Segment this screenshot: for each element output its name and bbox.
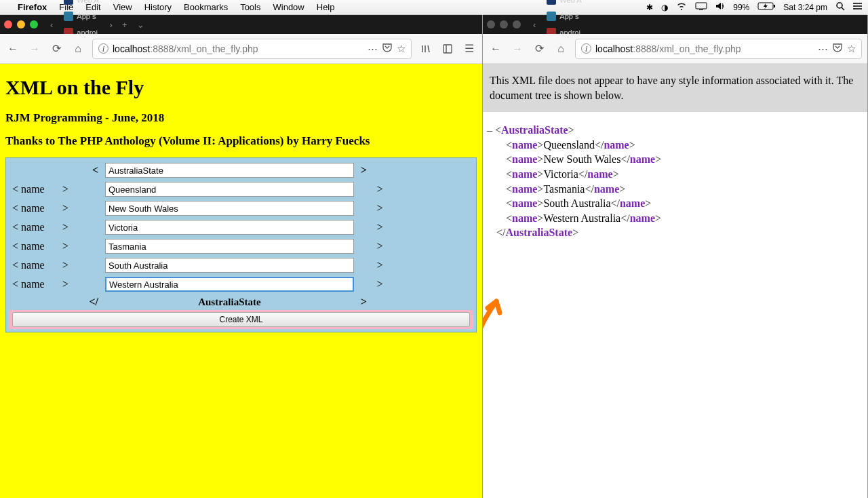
child-value-input[interactable] [105,201,354,216]
svg-point-11 [853,8,854,9]
menu-tools[interactable]: Tools [240,2,260,12]
window-controls[interactable] [4,20,38,28]
child-close: > [361,221,383,233]
favicon [547,12,556,21]
child-value-input[interactable] [105,220,354,235]
browser-tab[interactable]: App s [541,8,587,24]
child-close-gt: > [377,240,383,252]
reload-button[interactable]: ⟳ [49,41,64,56]
more-icon[interactable]: ⋯ [818,43,828,55]
child-close-gt: > [377,202,383,214]
tab-back-icon[interactable]: ‹ [529,20,540,30]
tab-strip: ‹ New TWeb AApp sandroiGooglloc× [483,15,867,34]
tab-label: App s [77,12,96,20]
svg-line-14 [428,45,429,52]
xml-root-open: AustraliaState [501,124,568,136]
wifi-icon[interactable] [676,2,687,12]
bookmark-icon[interactable]: ☆ [397,43,406,55]
tab-label: App s [559,12,578,20]
child-value-input[interactable] [105,277,354,292]
child-close: > [361,259,383,271]
xml-node: <name>Victoria</name> [487,167,863,182]
pocket-icon[interactable] [832,42,843,55]
battery-icon[interactable] [757,2,775,12]
root-tag-input[interactable] [105,163,354,178]
svg-line-5 [842,7,844,10]
child-close-gt: > [377,221,383,233]
forward-button[interactable]: → [27,41,42,56]
bookmark-icon[interactable]: ☆ [847,43,856,55]
display-icon[interactable] [695,2,707,12]
svg-rect-15 [443,45,452,53]
svg-point-9 [853,3,854,4]
hamburger-icon[interactable]: ☰ [462,41,477,56]
child-value-input[interactable] [105,239,354,254]
url-toolbar: ← → ⟳ ⌂ i localhost:8888/xml_on_the_fly.… [0,34,482,64]
root-close-lt: </ [9,294,102,310]
child-open: < name [12,221,45,233]
xml-node: <name>South Australia</name> [487,196,863,211]
tab-forward-icon[interactable]: › [106,20,117,30]
svg-rect-3 [774,5,775,7]
site-info-icon[interactable]: i [98,43,108,54]
tab-strip: ‹ New TWeb AApp sandroiGooglloc× › + ⌄ [0,15,482,34]
menu-icon[interactable] [853,2,863,12]
xml-node: <name>New South Wales</name> [487,152,863,167]
svg-rect-1 [699,9,703,10]
child-open-gt: > [62,259,68,271]
back-button[interactable]: ← [5,41,20,56]
tab-menu-icon[interactable]: ⌄ [133,20,149,30]
menu-history[interactable]: History [144,2,172,12]
xml-node: <name>Tasmania</name> [487,182,863,197]
more-icon[interactable]: ⋯ [368,43,378,55]
browser-window-left: ‹ New TWeb AApp sandroiGooglloc× › + ⌄ ←… [0,15,483,498]
xml-root-close: AustraliaState [505,227,572,238]
menu-bookmarks[interactable]: Bookmarks [184,2,228,12]
root-close-gt: > [357,294,473,310]
collapse-toggle[interactable]: – [487,124,495,136]
browser-tab[interactable]: Web A [541,0,587,8]
root-open-lt: < [9,161,102,180]
menu-window[interactable]: Window [273,2,304,12]
child-open: < name [12,183,45,195]
status-icon[interactable]: ◑ [661,3,668,12]
reload-button[interactable]: ⟳ [532,41,547,56]
site-info-icon[interactable]: i [581,43,591,54]
child-close: > [361,183,383,195]
page-title: XML on the Fly [5,76,477,99]
menubar-app[interactable]: Firefox [18,2,47,12]
volume-icon[interactable] [715,2,725,12]
tab-back-icon[interactable]: ‹ [46,20,57,30]
child-open: < name [12,202,45,214]
child-open-gt: > [62,240,68,252]
url-field[interactable]: i localhost:8888/xml_on_the_fly.php ⋯ ☆ [92,39,412,59]
child-open-gt: > [62,278,68,290]
home-button[interactable]: ⌂ [553,41,568,56]
menu-view[interactable]: View [113,2,132,12]
pocket-icon[interactable] [382,42,393,55]
browser-tab[interactable]: App s [58,8,104,24]
window-controls[interactable] [487,20,521,28]
back-button[interactable]: ← [488,41,503,56]
tab-label: Web A [559,0,581,4]
sidebar-icon[interactable] [440,41,455,56]
spotlight-icon[interactable] [835,1,845,13]
child-value-input[interactable] [105,258,354,273]
url-field[interactable]: i localhost:8888/xml_on_the_fly.php ⋯ ☆ [575,39,862,59]
menu-help[interactable]: Help [317,2,335,12]
child-open: < name [12,278,45,290]
tab-new-icon[interactable]: + [118,20,132,30]
status-icon[interactable]: ✱ [646,3,653,12]
child-open: < name [12,240,45,252]
child-open: < name [12,259,45,271]
xml-form: < > < name > >< name > >< name > >< name… [5,157,477,332]
forward-button[interactable]: → [510,41,525,56]
home-button[interactable]: ⌂ [71,41,85,56]
child-close-gt: > [377,183,383,195]
child-value-input[interactable] [105,182,354,197]
favicon [64,0,73,5]
clock[interactable]: Sat 3:24 pm [783,3,827,12]
library-icon[interactable] [418,41,433,56]
browser-tab[interactable]: Web A [58,0,104,8]
create-xml-button[interactable]: Create XML [12,312,470,327]
